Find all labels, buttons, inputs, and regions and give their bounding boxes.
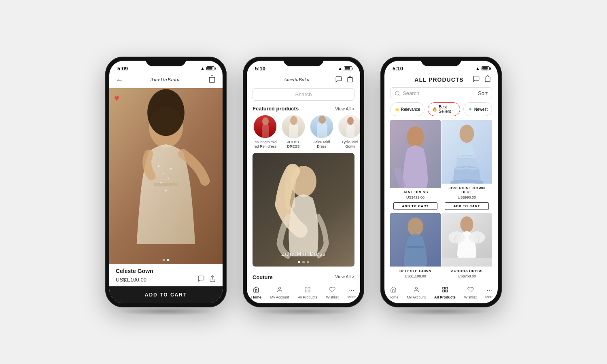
svg-point-4: [147, 89, 185, 136]
header-icons-3: [473, 75, 491, 84]
product-info-1: Celeste Gown US$1,100.00: [109, 264, 223, 286]
time-3: 5:10: [393, 66, 403, 72]
product-card-4: AURORA DRESS US$750.00 ADD TO CART: [441, 213, 492, 283]
chat-icon-2[interactable]: [335, 76, 342, 85]
nav-more-label-2: More: [348, 295, 356, 299]
nav-wishlist-3[interactable]: Wishlist: [464, 286, 477, 299]
product-card-name-3: CELESTE GOWN: [393, 269, 437, 273]
nav-wishlist-2[interactable]: Wishlist: [326, 286, 339, 299]
featured-item-4[interactable]: Lydia Mini Gown: [337, 115, 360, 149]
dress-image-1: [109, 88, 223, 264]
status-icons-2: ▲: [338, 66, 352, 71]
couture-view-all[interactable]: View All >: [335, 274, 354, 280]
nav-account-3[interactable]: My Account: [407, 286, 426, 299]
header-icons-2: [335, 76, 354, 85]
relevance-icon: ⭐: [395, 107, 399, 112]
time-2: 5:10: [255, 66, 265, 72]
featured-items: Tea length midi red Ren dress: [247, 115, 360, 153]
svg-point-34: [407, 126, 424, 147]
nav-account-label-3: My Account: [407, 295, 426, 299]
nav-account-label-2: My Account: [270, 295, 289, 299]
filter-newest[interactable]: ✦ Newest: [463, 102, 492, 116]
svg-point-7: [170, 168, 172, 170]
svg-rect-30: [485, 77, 490, 82]
nav-home-2[interactable]: Home: [251, 286, 261, 299]
wishlist-icon-2: [329, 286, 335, 294]
bestsellers-icon: 🔥: [432, 107, 437, 112]
dot-2: [167, 259, 170, 261]
featured-item-2[interactable]: JULIET DRESS: [281, 115, 306, 149]
more-icon-3: ···: [487, 287, 492, 294]
cart-icon-2[interactable]: [346, 76, 354, 85]
home-icon-2: [253, 286, 259, 294]
featured-label-4: Lydia Mini Gown: [337, 140, 360, 149]
chat-icon-3[interactable]: [473, 75, 480, 84]
notch-2: [283, 57, 324, 66]
nav-account-2[interactable]: My Account: [270, 286, 289, 299]
svg-rect-48: [446, 290, 448, 292]
svg-rect-12: [154, 183, 178, 186]
featured-item-1[interactable]: Tea length midi red Ren dress: [253, 115, 278, 149]
featured-title: Featured products: [253, 106, 299, 112]
nav-products-3[interactable]: All Products: [434, 286, 456, 299]
account-icon-2: [276, 286, 283, 294]
nav-home-label-2: Home: [251, 295, 261, 299]
products-icon-3: [442, 286, 448, 294]
search-row-3[interactable]: Search Sort: [390, 87, 492, 99]
banner-dot-1: [298, 261, 300, 263]
product-image-josephine: [441, 120, 492, 184]
nav-more-3[interactable]: ··· More: [485, 287, 494, 299]
nav-home-label-3: Home: [388, 295, 398, 299]
product-card-2: JOSEPHINE GOWN BLUE US$990.00 ADD TO CAR…: [441, 120, 492, 212]
svg-point-25: [278, 287, 280, 289]
page-title-3: ALL PRODUCTS: [414, 76, 463, 83]
svg-rect-46: [446, 287, 448, 289]
sort-button[interactable]: Sort: [478, 90, 488, 96]
featured-item-3[interactable]: Jaleu Midi Dress: [309, 115, 334, 149]
phone-3: 5:10 ▲ ALL PRODUCTS: [380, 57, 502, 307]
wifi-icon-2: ▲: [338, 66, 342, 71]
svg-point-11: [165, 190, 167, 192]
cart-icon-3[interactable]: [484, 75, 491, 84]
search-placeholder-2: Search: [295, 91, 312, 97]
share-icon-1[interactable]: [209, 275, 216, 284]
header-1: ← AmeliaBaku: [109, 74, 223, 88]
bestsellers-label: Best Sellers: [439, 105, 455, 114]
products-grid: JANE DRESS US$429.00 ADD TO CART: [390, 120, 492, 283]
product-card-info-3: CELESTE GOWN US$1,100.00 ADD TO CART: [390, 267, 441, 283]
featured-label-1: Tea length midi red Ren dress: [253, 140, 278, 149]
product-name-1: Celeste Gown: [116, 268, 216, 274]
add-to-cart-josephine[interactable]: ADD TO CART: [445, 202, 489, 210]
nav-more-2[interactable]: ··· More: [348, 287, 356, 299]
add-to-cart-button-1[interactable]: ADD TO CART: [109, 286, 223, 303]
account-icon-3: [413, 286, 420, 294]
filter-bestsellers[interactable]: 🔥 Best Sellers: [428, 102, 460, 116]
dot-1: [163, 259, 165, 261]
filter-relevance[interactable]: ⭐ Relevance: [390, 102, 424, 116]
home-icon-3: [390, 286, 397, 294]
chat-icon-1[interactable]: [197, 275, 205, 284]
featured-view-all[interactable]: View All >: [335, 106, 354, 111]
svg-point-38: [407, 218, 423, 236]
svg-point-16: [262, 117, 269, 125]
logo-2: AmeliaBaku: [283, 75, 315, 85]
cart-icon-1[interactable]: [208, 75, 216, 85]
heart-icon[interactable]: ♥: [114, 93, 119, 104]
search-bar-2[interactable]: Search: [253, 88, 354, 101]
nav-products-2[interactable]: All Products: [298, 286, 317, 299]
nav-home-3[interactable]: Home: [388, 286, 398, 299]
svg-point-36: [460, 125, 474, 143]
more-icon-2: ···: [349, 287, 354, 294]
featured-header: Featured products View All >: [247, 105, 360, 115]
notch-3: [421, 57, 461, 66]
svg-rect-47: [443, 290, 445, 292]
battery-2: [344, 66, 352, 70]
banner-dots: [298, 261, 309, 263]
back-button[interactable]: ←: [116, 76, 123, 85]
svg-rect-29: [308, 290, 310, 292]
product-card-price-4: US$750.00: [445, 274, 489, 278]
action-icons: [197, 275, 216, 284]
add-to-cart-jane[interactable]: ADD TO CART: [393, 202, 437, 210]
banner-title: Zaha Mini Dress: [281, 251, 326, 257]
svg-rect-39: [407, 246, 424, 248]
